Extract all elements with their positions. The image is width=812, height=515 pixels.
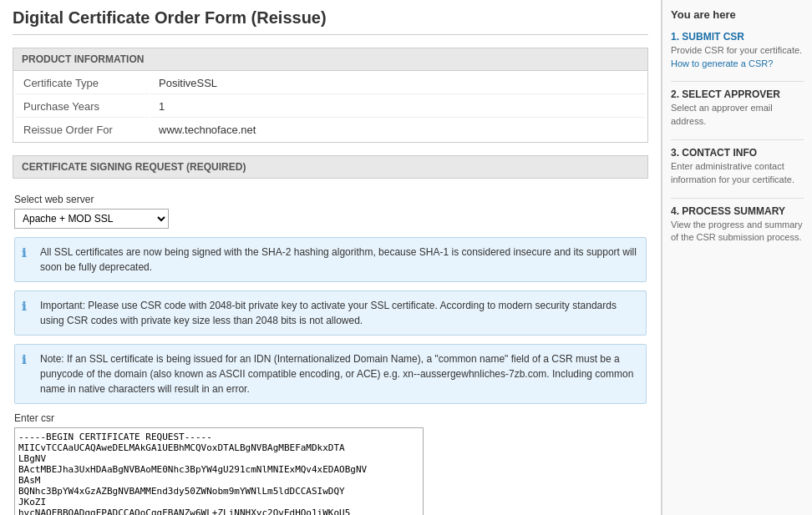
webserver-select[interactable]: Apache + MOD SSL Apache + OpenSSL Nginx … bbox=[14, 209, 169, 229]
step-1-desc: Provide CSR for your certificate. bbox=[671, 44, 804, 57]
table-row: Certificate Type PositiveSSL bbox=[15, 73, 646, 94]
info-icon: ℹ bbox=[22, 245, 26, 262]
step-4-number: 4. PROCESS SUMMARY bbox=[671, 205, 804, 217]
step-2-number: 2. SELECT APPROVER bbox=[671, 88, 804, 100]
product-info-table: Certificate Type PositiveSSL Purchase Ye… bbox=[13, 71, 648, 143]
step-divider bbox=[671, 139, 804, 140]
step-3-desc: Enter administrative contact information… bbox=[671, 160, 804, 186]
step-divider bbox=[671, 81, 804, 82]
field-label: Reissue Order For bbox=[15, 119, 149, 140]
info-icon: ℹ bbox=[22, 298, 26, 316]
table-row: Reissue Order For www.technoface.net bbox=[15, 119, 646, 140]
csr-textarea[interactable] bbox=[14, 427, 424, 515]
csr-section-header: CERTIFICATE SIGNING REQUEST (REQUIRED) bbox=[13, 155, 648, 179]
csr-section: CERTIFICATE SIGNING REQUEST (REQUIRED) S… bbox=[13, 155, 648, 515]
main-content: Digital Certificate Order Form (Reissue)… bbox=[0, 0, 662, 515]
sidebar-step-1: 1. SUBMIT CSR Provide CSR for your certi… bbox=[671, 31, 804, 69]
sidebar-title: You are here bbox=[671, 8, 804, 21]
product-section-header: PRODUCT INFORMATION bbox=[13, 48, 648, 71]
webserver-label: Select web server bbox=[14, 194, 647, 205]
field-value: 1 bbox=[150, 96, 646, 118]
step-1-number: 1. SUBMIT CSR bbox=[671, 31, 804, 43]
info-icon: ℹ bbox=[22, 351, 26, 369]
sidebar-step-4: 4. PROCESS SUMMARY View the progress and… bbox=[671, 205, 804, 245]
sidebar: You are here 1. SUBMIT CSR Provide CSR f… bbox=[662, 0, 812, 515]
step-divider bbox=[671, 198, 804, 199]
field-label: Certificate Type bbox=[15, 73, 149, 94]
page-title: Digital Certificate Order Form (Reissue) bbox=[13, 8, 648, 35]
info-box-text: Note: If an SSL certificate is being iss… bbox=[40, 353, 633, 395]
enter-csr-label: Enter csr bbox=[14, 412, 647, 424]
step-3-number: 3. CONTACT INFO bbox=[671, 147, 804, 159]
step-1-link[interactable]: How to generate a CSR? bbox=[671, 58, 773, 68]
info-box-text: Important: Please use CSR code with 2048… bbox=[40, 300, 617, 326]
step-2-desc: Select an approver email address. bbox=[671, 102, 804, 128]
field-label: Purchase Years bbox=[15, 96, 149, 118]
sidebar-step-2: 2. SELECT APPROVER Select an approver em… bbox=[671, 88, 804, 128]
info-box-sha2: ℹ All SSL certificates are now being sig… bbox=[14, 237, 647, 282]
table-row: Purchase Years 1 bbox=[15, 96, 646, 118]
step-4-desc: View the progress and summary of the CSR… bbox=[671, 219, 804, 245]
sidebar-step-3: 3. CONTACT INFO Enter administrative con… bbox=[671, 147, 804, 186]
field-value: PositiveSSL bbox=[150, 73, 646, 94]
info-box-2048: ℹ Important: Please use CSR code with 20… bbox=[14, 290, 647, 336]
info-box-text: All SSL certificates are now being signe… bbox=[40, 246, 637, 273]
info-box-idn: ℹ Note: If an SSL certificate is being i… bbox=[14, 344, 647, 404]
field-value: www.technoface.net bbox=[150, 119, 646, 140]
